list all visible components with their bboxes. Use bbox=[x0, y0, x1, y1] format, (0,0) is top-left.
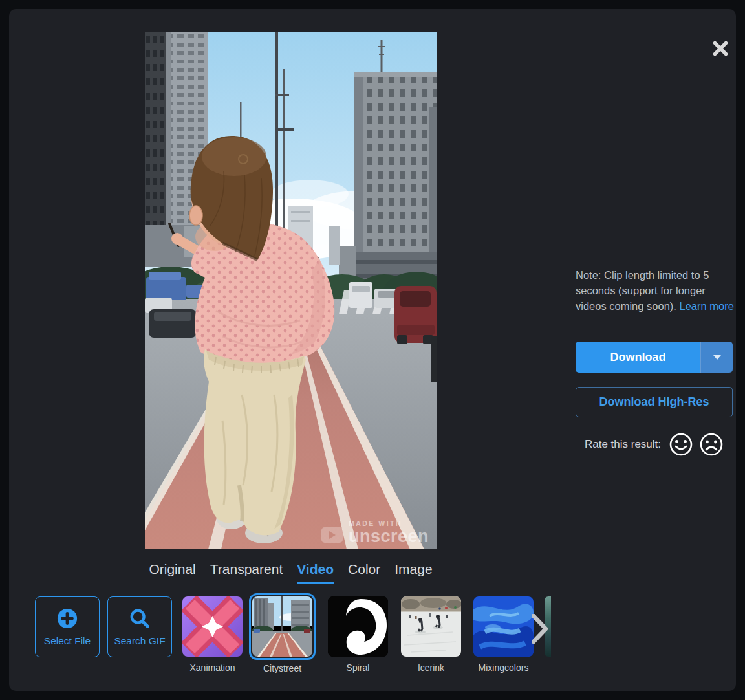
rate-label: Rate this result: bbox=[585, 438, 661, 451]
plus-circle-icon bbox=[56, 607, 78, 629]
thumb-label: Icerink bbox=[418, 662, 444, 673]
clip-length-note: Note: Clip length limited to 5 seconds (… bbox=[576, 267, 739, 314]
street-scene bbox=[145, 32, 437, 549]
download-button[interactable]: Download bbox=[576, 342, 700, 373]
bg-thumb-icerink[interactable]: Icerink bbox=[401, 596, 461, 673]
rate-result-row: Rate this result: bbox=[576, 431, 733, 458]
thumb-label: Mixingcolors bbox=[479, 662, 529, 673]
select-file-label: Select File bbox=[44, 635, 91, 647]
select-file-button[interactable]: Select File bbox=[35, 596, 100, 657]
download-options-button[interactable] bbox=[700, 342, 733, 373]
watermark-brand: unscreen bbox=[349, 528, 429, 545]
rate-sad-icon[interactable] bbox=[699, 432, 724, 457]
chevron-down-icon bbox=[713, 355, 721, 360]
scroll-right-button[interactable] bbox=[530, 613, 550, 644]
close-icon bbox=[711, 39, 729, 58]
download-high-res-button[interactable]: Download High-Res bbox=[576, 387, 733, 417]
result-tabs: Original Transparent Video Color Image bbox=[145, 562, 437, 584]
video-preview: MADE WITH unscreen bbox=[145, 32, 437, 549]
chevron-right-icon bbox=[532, 614, 548, 644]
bg-thumb-citystreet-selected[interactable]: Citystreet bbox=[249, 593, 316, 673]
background-picker-dock: Select File Search GIF Xanima bbox=[35, 595, 733, 686]
download-split-button: Download bbox=[576, 342, 733, 373]
rate-happy-icon[interactable] bbox=[669, 432, 693, 457]
bg-thumb-spiral[interactable]: Spiral bbox=[328, 596, 388, 673]
thumb-label: Spiral bbox=[347, 662, 370, 673]
thumb-label: Xanimation bbox=[189, 662, 235, 673]
tab-image[interactable]: Image bbox=[394, 562, 432, 584]
tab-video[interactable]: Video bbox=[297, 562, 334, 584]
tab-original[interactable]: Original bbox=[149, 562, 195, 584]
mixingcolors-thumbnail bbox=[473, 596, 534, 657]
magnifier-icon bbox=[129, 607, 151, 629]
thumb-label: Citystreet bbox=[263, 663, 301, 673]
unscreen-watermark: MADE WITH unscreen bbox=[321, 520, 429, 546]
bg-thumb-mixingcolors[interactable]: Mixingcolors bbox=[473, 596, 534, 673]
watermark-made-with: MADE WITH bbox=[349, 520, 429, 527]
icerink-thumbnail bbox=[401, 596, 461, 657]
learn-more-link[interactable]: Learn more bbox=[680, 300, 734, 312]
search-gif-button[interactable]: Search GIF bbox=[107, 596, 172, 657]
play-icon bbox=[321, 527, 343, 543]
selected-frame bbox=[249, 593, 316, 660]
result-modal: MADE WITH unscreen Note: Clip length lim… bbox=[9, 9, 736, 691]
bg-thumb-xanimation[interactable]: Xanimation bbox=[182, 596, 243, 673]
close-button[interactable] bbox=[710, 38, 731, 59]
citystreet-thumbnail bbox=[252, 596, 312, 657]
tab-transparent[interactable]: Transparent bbox=[210, 562, 283, 584]
tab-color[interactable]: Color bbox=[348, 562, 380, 584]
xanimation-thumbnail bbox=[182, 596, 243, 657]
search-gif-label: Search GIF bbox=[114, 635, 165, 647]
spiral-thumbnail bbox=[328, 596, 388, 657]
